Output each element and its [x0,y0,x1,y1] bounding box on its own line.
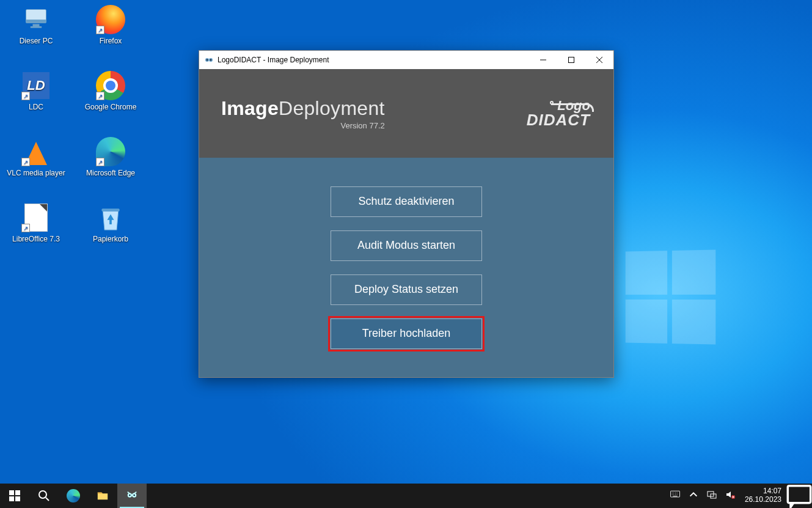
system-tray [665,484,740,508]
taskbar-logodidact[interactable] [117,484,147,508]
svg-rect-4 [101,208,119,212]
recycle-bin-icon [96,203,125,232]
chrome-icon: ↗ [96,71,125,100]
taskbar: 14:07 26.10.2023 [0,484,812,508]
desktop-icon-edge[interactable]: ↗ Microsoft Edge [77,137,144,177]
set-deploy-status-button[interactable]: Deploy Status setzen [331,274,482,305]
app-body: Schutz deaktivieren Audit Modus starten … [199,158,613,377]
app-icon [204,55,214,65]
shortcut-arrow-icon: ↗ [96,158,104,166]
desktop-icon-chrome[interactable]: ↗ Google Chrome [77,71,144,111]
titlebar[interactable]: LogoDIDACT - Image Deployment [199,51,613,69]
icon-label: LDC [29,103,43,111]
desktop-icon-firefox[interactable]: ↗ Firefox [77,5,144,45]
icon-label: Dieser PC [20,37,53,45]
edge-icon [67,489,80,502]
svg-point-18 [133,495,135,496]
shortcut-arrow-icon: ↗ [96,26,104,34]
firefox-icon: ↗ [96,5,125,34]
icon-label: LibreOffice 7.3 [12,235,60,243]
search-button[interactable] [29,484,59,508]
tray-chevron-up-icon[interactable] [689,490,698,502]
desktop-icon-recycle-bin[interactable]: Papierkorb [77,203,144,243]
keyboard-icon[interactable] [670,490,680,502]
desktop-icon-ldc[interactable]: LD ↗ LDC [2,71,70,111]
svg-rect-2 [33,24,40,26]
libreoffice-icon: ↗ [21,203,51,232]
file-explorer-icon [97,490,109,502]
shortcut-arrow-icon: ↗ [96,92,104,100]
svg-rect-1 [26,20,46,23]
notifications-button[interactable] [786,484,812,508]
brand-bold: Image [221,97,279,119]
svg-rect-13 [15,496,20,501]
taskbar-clock[interactable]: 14:07 26.10.2023 [740,484,786,508]
desktop-icon-libreoffice[interactable]: ↗ LibreOffice 7.3 [2,203,70,243]
window-title: LogoDIDACT - Image Deployment [218,56,329,64]
shortcut-arrow-icon: ↗ [21,158,30,166]
brand-rest: Deployment [279,97,385,119]
vlc-icon: ↗ [21,137,51,166]
network-icon[interactable] [707,490,717,502]
icon-label: VLC media player [7,169,65,177]
desktop-icon-this-pc[interactable]: Dieser PC [2,5,70,45]
owl-icon [126,490,138,502]
version-label: Version 77.2 [221,121,385,130]
svg-point-7 [207,59,208,61]
svg-rect-12 [9,496,14,501]
brand-left: ImageDeployment Version 77.2 [221,97,385,130]
ldc-icon: LD ↗ [21,71,51,100]
svg-rect-3 [31,26,42,28]
svg-rect-10 [9,490,14,495]
brand-r-line2: DIDACT [527,112,590,128]
app-window: LogoDIDACT - Image Deployment ImageDeplo… [199,50,614,378]
svg-point-8 [210,59,211,61]
upload-drivers-button[interactable]: Treiber hochladen [331,318,482,349]
clock-date: 26.10.2023 [745,496,781,504]
icon-label: Microsoft Edge [86,169,135,177]
pc-icon [21,5,51,34]
shortcut-arrow-icon: ↗ [21,224,30,232]
maximize-button[interactable] [557,51,585,69]
app-header: ImageDeployment Version 77.2 Logo DIDACT [199,69,613,158]
svg-rect-23 [788,486,810,503]
svg-rect-9 [569,57,574,63]
icon-label: Papierkorb [93,235,128,243]
svg-rect-11 [15,490,20,495]
brand-right: Logo DIDACT [527,100,591,128]
edge-icon: ↗ [96,137,125,166]
svg-point-14 [39,491,46,498]
start-button[interactable] [0,484,29,508]
close-button[interactable] [585,51,613,69]
disable-protection-button[interactable]: Schutz deaktivieren [331,186,482,217]
icon-label: Firefox [100,37,122,45]
volume-muted-icon[interactable] [725,490,735,502]
minimize-button[interactable] [529,51,557,69]
taskbar-edge[interactable] [59,484,88,508]
start-audit-mode-button[interactable]: Audit Modus starten [331,230,482,261]
shortcut-arrow-icon: ↗ [21,92,30,100]
desktop-icon-vlc[interactable]: ↗ VLC media player [2,137,70,177]
svg-point-17 [129,495,131,496]
clock-time: 14:07 [745,487,781,496]
taskbar-file-explorer[interactable] [88,484,117,508]
icon-label: Google Chrome [85,103,137,111]
